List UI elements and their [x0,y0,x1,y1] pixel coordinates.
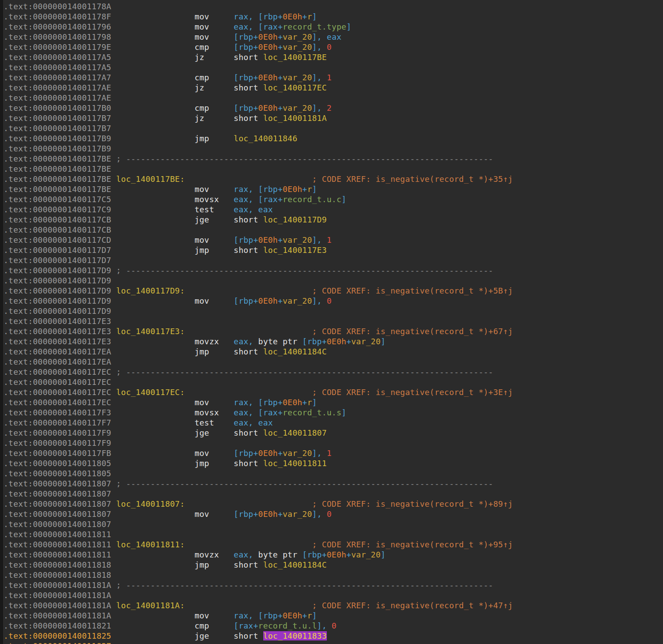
asm-line[interactable]: .text:00000001400117BE loc_1400117BE: ; … [4,174,513,184]
asm-line[interactable]: .text:00000001400117EC ; ---------------… [4,367,513,377]
asm-line[interactable]: .text:00000001400117EC loc_1400117EC: ; … [4,387,513,397]
line-address[interactable]: .text:00000001400117A7 [4,73,111,82]
line-address[interactable]: .text:0000000140011811 [4,540,111,549]
line-address[interactable]: .text:00000001400117B7 [4,124,111,133]
asm-line[interactable]: .text:0000000140011811 [4,529,513,539]
asm-line[interactable]: .text:000000014001181A [4,590,513,600]
location-label[interactable]: loc_1400117EC: [111,388,185,397]
asm-line[interactable]: .text:00000001400117CB jge short loc_140… [4,215,513,225]
asm-line[interactable]: .text:00000001400117CD mov [rbp+0E0h+var… [4,235,513,245]
asm-line[interactable]: .text:00000001400117B9 [4,143,513,154]
line-address[interactable]: .text:0000000140011796 [4,22,111,31]
location-label[interactable]: loc_1400117E3 [263,245,327,255]
current-line-address[interactable]: .text:0000000140011825 [4,631,111,640]
location-label[interactable]: loc_1400117BE [263,53,327,62]
line-address[interactable]: .text:00000001400117D9 [4,266,111,275]
line-address[interactable]: .text:00000001400117FB [4,448,111,458]
line-address[interactable]: .text:00000001400117EC [4,367,111,377]
asm-line[interactable]: .text:00000001400117C5 movsx eax, [rax+r… [4,194,513,204]
line-address[interactable]: .text:00000001400117EC [4,398,111,407]
asm-line[interactable]: .text:00000001400117EC mov rax, [rbp+0E0… [4,397,513,407]
line-address[interactable]: .text:00000001400117EA [4,357,111,366]
line-address[interactable]: .text:00000001400117EA [4,347,111,356]
location-label[interactable]: loc_14001184C [263,347,327,356]
line-address[interactable]: .text:0000000140011798 [4,32,111,41]
asm-line[interactable]: .text:00000001400117BE ; ---------------… [4,154,513,164]
asm-line[interactable]: .text:0000000140011807 mov [rbp+0E0h+var… [4,509,513,519]
asm-line[interactable]: .text:00000001400117A7 cmp [rbp+0E0h+var… [4,72,513,83]
asm-line[interactable]: .text:0000000140011807 [4,489,513,499]
line-address[interactable]: .text:00000001400117E3 [4,337,111,346]
line-address[interactable]: .text:00000001400117A5 [4,53,111,62]
asm-line[interactable]: .text:00000001400117EA jmp short loc_140… [4,346,513,357]
location-label[interactable]: loc_140011807: [111,499,185,508]
asm-line[interactable]: .text:00000001400117F3 movsx eax, [rax+r… [4,407,513,418]
asm-line[interactable]: .text:00000001400117F7 test eax, eax [4,418,513,428]
line-address[interactable]: .text:00000001400117D9 [4,296,111,305]
asm-line[interactable]: .text:00000001400117EC [4,377,513,387]
line-address[interactable]: .text:000000014001179E [4,42,111,52]
asm-line[interactable]: .text:00000001400117FB mov [rbp+0E0h+var… [4,448,513,458]
line-address[interactable]: .text:00000001400117D9 [4,276,111,285]
asm-line[interactable]: .text:0000000140011811 movzx eax, byte p… [4,550,513,560]
asm-line[interactable]: .text:000000014001179E cmp [rbp+0E0h+var… [4,42,513,52]
asm-line[interactable]: .text:0000000140011807 [4,519,513,529]
line-address[interactable]: .text:0000000140011805 [4,459,111,468]
line-address[interactable]: .text:00000001400117B9 [4,144,111,153]
asm-line[interactable]: .text:0000000140011805 jmp short loc_140… [4,458,513,468]
asm-line[interactable]: .text:0000000140011807 loc_140011807: ; … [4,499,513,509]
asm-line[interactable]: .text:00000001400117A5 [4,62,513,72]
listing[interactable]: .text:000000014001178A.text:000000014001… [4,1,513,644]
line-address[interactable]: .text:00000001400117EC [4,388,111,397]
asm-line[interactable]: .text:00000001400117B0 cmp [rbp+0E0h+var… [4,103,513,113]
line-address[interactable]: .text:00000001400117E3 [4,327,111,336]
asm-line[interactable]: .text:0000000140011827 [4,641,513,644]
asm-line[interactable]: .text:00000001400117D9 [4,306,513,316]
line-address[interactable]: .text:000000014001178F [4,12,111,21]
location-label[interactable]: loc_14001181A [263,113,327,123]
line-address[interactable]: .text:000000014001178A [4,2,111,11]
line-address[interactable]: .text:00000001400117E3 [4,316,111,326]
asm-line[interactable]: .text:000000014001178F mov rax, [rbp+0E0… [4,11,513,22]
line-address[interactable]: .text:0000000140011807 [4,499,111,508]
line-address[interactable]: .text:00000001400117A5 [4,63,111,72]
asm-line[interactable]: .text:00000001400117AE jz short loc_1400… [4,83,513,93]
line-address[interactable]: .text:00000001400117CD [4,235,111,245]
location-label[interactable]: loc_140011846 [234,134,297,143]
line-address[interactable]: .text:0000000140011807 [4,520,111,529]
line-address[interactable]: .text:00000001400117D7 [4,256,111,265]
asm-line[interactable]: .text:0000000140011807 ; ---------------… [4,478,513,489]
location-label[interactable]: loc_1400117E3: [111,327,185,336]
asm-line[interactable]: .text:000000014001178A [4,1,513,11]
asm-line[interactable]: .text:00000001400117D9 [4,275,513,286]
asm-line[interactable]: .text:0000000140011805 [4,468,513,478]
line-address[interactable]: .text:00000001400117B7 [4,113,111,123]
asm-line[interactable]: .text:0000000140011818 jmp short loc_140… [4,560,513,570]
asm-line[interactable]: .text:00000001400117D9 ; ---------------… [4,265,513,275]
asm-line[interactable]: .text:00000001400117BE [4,164,513,174]
asm-line[interactable]: .text:00000001400117C9 test eax, eax [4,204,513,215]
line-address[interactable]: .text:000000014001181A [4,601,111,610]
location-label[interactable]: loc_1400117EC [263,83,327,92]
asm-line[interactable]: .text:0000000140011818 [4,570,513,580]
line-address[interactable]: .text:0000000140011818 [4,560,111,569]
line-address[interactable]: .text:0000000140011818 [4,570,111,580]
location-label[interactable]: loc_140011811 [263,459,327,468]
line-address[interactable]: .text:0000000140011805 [4,469,111,478]
asm-line[interactable]: .text:000000014001181A ; ---------------… [4,580,513,590]
line-address[interactable]: .text:0000000140011807 [4,489,111,498]
asm-line[interactable]: .text:00000001400117AE [4,93,513,103]
line-address[interactable]: .text:0000000140011807 [4,479,111,488]
line-address[interactable]: .text:0000000140011811 [4,550,111,559]
asm-line[interactable]: .text:00000001400117D9 loc_1400117D9: ; … [4,286,513,296]
line-address[interactable]: .text:000000014001181A [4,580,111,590]
asm-line[interactable]: .text:00000001400117F9 jge short loc_140… [4,428,513,438]
asm-line[interactable]: .text:0000000140011821 cmp [rax+record_t… [4,621,513,631]
line-address[interactable]: .text:000000014001181A [4,611,111,620]
line-address[interactable]: .text:00000001400117CB [4,225,111,234]
asm-line[interactable]: .text:0000000140011811 loc_140011811: ; … [4,539,513,550]
line-address[interactable]: .text:00000001400117AE [4,83,111,92]
location-label[interactable]: loc_1400117BE: [111,174,185,184]
asm-line[interactable]: .text:00000001400117E3 [4,316,513,326]
asm-line[interactable]: .text:00000001400117F9 [4,438,513,448]
